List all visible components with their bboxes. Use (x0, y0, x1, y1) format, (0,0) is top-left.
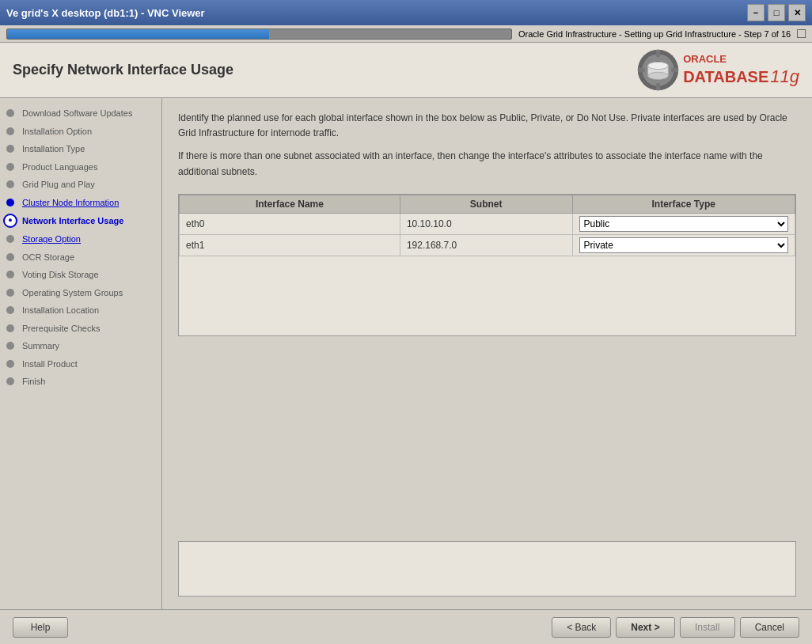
title-bar-controls: − □ ✕ (747, 4, 806, 21)
interface-name-eth1: eth1 (180, 234, 400, 256)
sidebar-item-installation-type: Installation Type (0, 140, 161, 158)
sidebar-item-network-interface-usage: ● Network Interface Usage (0, 211, 161, 230)
minimize-button[interactable]: − (747, 4, 765, 21)
sidebar-item-storage-option[interactable]: Storage Option (0, 230, 161, 248)
interface-type-select-eth1[interactable]: Public Private Do Not Use (579, 237, 789, 253)
sidebar-item-operating-system-groups: Operating System Groups (0, 284, 161, 302)
oracle-logo: ORACLE DATABASE 11g (636, 48, 799, 92)
step-dot-11 (6, 289, 14, 297)
sidebar-item-install-product: Install Product (0, 355, 161, 373)
oracle-label: ORACLE (683, 53, 799, 66)
title-bar-text: Ve grid's X desktop (db1:1) - VNC Viewer (6, 7, 205, 19)
step-dot-9 (6, 253, 14, 261)
svg-rect-5 (656, 83, 661, 90)
sidebar-item-voting-disk-storage: Voting Disk Storage (0, 266, 161, 284)
svg-rect-6 (638, 68, 645, 73)
col-header-type: Interface Type (572, 195, 795, 213)
step-dot-13 (6, 324, 14, 332)
interface-table-container: Interface Name Subnet Interface Type eth… (178, 194, 796, 336)
content-spacer (178, 336, 796, 528)
main-content-panel: Identify the planned use for each global… (162, 98, 812, 609)
svg-rect-7 (671, 68, 678, 73)
help-button[interactable]: Help (13, 617, 68, 638)
bottom-bar: Help < Back Next > Install Cancel (0, 609, 812, 644)
step-dot-5 (6, 180, 14, 188)
svg-point-11 (648, 72, 669, 79)
step-dot-6 (6, 199, 14, 206)
maximize-button[interactable]: □ (768, 4, 785, 21)
svg-point-12 (648, 62, 669, 69)
description-line2: If there is more than one subnet associa… (178, 149, 796, 179)
step-dot-8 (6, 235, 14, 243)
sidebar-item-product-languages: Product Languages (0, 158, 161, 176)
progress-bar-container: Oracle Grid Infrastructure - Setting up … (0, 25, 812, 43)
main-window: Specify Network Interface Usage (0, 43, 812, 644)
sidebar-item-grid-plug-and-play: Grid Plug and Play (0, 176, 161, 194)
header: Specify Network Interface Usage (0, 43, 812, 98)
sidebar-item-prerequisite-checks: Prerequisite Checks (0, 320, 161, 338)
step-dot-7: ● (3, 214, 17, 228)
back-button[interactable]: < Back (552, 617, 611, 638)
log-area (178, 541, 796, 597)
interface-table: Interface Name Subnet Interface Type eth… (179, 195, 795, 256)
next-button[interactable]: Next > (616, 617, 674, 638)
version-label: 11g (770, 66, 799, 87)
install-button[interactable]: Install (680, 617, 735, 638)
table-row: eth0 10.10.10.0 Public Private Do Not Us… (180, 213, 795, 234)
description-line1: Identify the planned use for each global… (178, 111, 796, 141)
close-button[interactable]: ✕ (788, 4, 806, 21)
sidebar-item-installation-location: Installation Location (0, 301, 161, 320)
content-area: Download Software Updates Installation O… (0, 98, 812, 609)
step-dot-15 (6, 360, 14, 368)
subnet-eth1: 192.168.7.0 (400, 234, 572, 256)
interface-type-eth0[interactable]: Public Private Do Not Use (572, 213, 795, 234)
col-header-subnet: Subnet (400, 195, 572, 213)
step-dot-12 (6, 306, 14, 314)
database-label: DATABASE (683, 68, 768, 86)
step-dot-14 (6, 342, 14, 350)
sidebar-item-cluster-node-information[interactable]: Cluster Node Information (0, 194, 161, 212)
step-dot-3 (6, 145, 14, 153)
interface-name-eth0: eth0 (180, 213, 400, 234)
sidebar-item-summary: Summary (0, 337, 161, 355)
page-title: Specify Network Interface Usage (13, 62, 233, 78)
sidebar: Download Software Updates Installation O… (0, 98, 162, 609)
step-dot-2 (6, 127, 14, 135)
sidebar-item-ocr-storage: OCR Storage (0, 248, 161, 267)
subnet-eth0: 10.10.10.0 (400, 213, 572, 234)
progress-fill (7, 29, 269, 40)
step-dot-4 (6, 163, 14, 171)
sidebar-item-installation-option: Installation Option (0, 123, 161, 141)
step-dot-16 (6, 377, 14, 385)
cancel-button[interactable]: Cancel (740, 617, 799, 638)
interface-type-select-eth0[interactable]: Public Private Do Not Use (579, 216, 789, 232)
svg-rect-4 (656, 50, 661, 57)
progress-text: Oracle Grid Infrastructure - Setting up … (518, 29, 791, 39)
col-header-name: Interface Name (180, 195, 400, 213)
sidebar-item-download-software-updates: Download Software Updates (0, 104, 161, 123)
oracle-text-block: ORACLE DATABASE 11g (683, 53, 799, 87)
step-dot-1 (6, 109, 14, 117)
table-row: eth1 192.168.7.0 Public Private Do Not U… (180, 234, 795, 256)
gear-icon (636, 48, 680, 92)
sidebar-item-finish: Finish (0, 373, 161, 391)
expand-button[interactable]: □ (797, 25, 806, 42)
title-bar: Ve grid's X desktop (db1:1) - VNC Viewer… (0, 0, 812, 25)
navigation-buttons: < Back Next > Install Cancel (552, 617, 799, 638)
step-dot-10 (6, 271, 14, 278)
interface-type-eth1[interactable]: Public Private Do Not Use (572, 234, 795, 256)
